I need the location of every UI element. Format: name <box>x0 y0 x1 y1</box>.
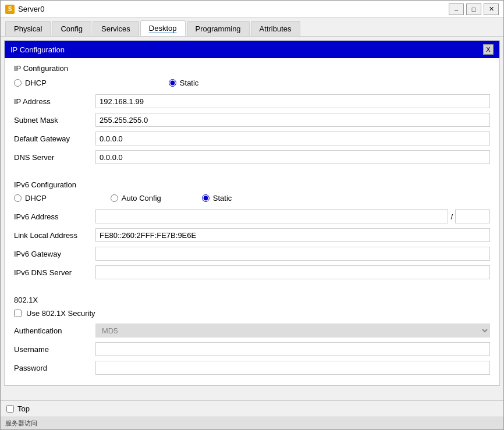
ipv4-radio-row: DHCP Static <box>14 79 490 87</box>
content-area: IP Configuration X IP Configuration DHCP… <box>1 37 503 400</box>
tab-services[interactable]: Services <box>93 21 139 36</box>
ipv6-dhcp-radio[interactable] <box>14 194 22 202</box>
ipv6-prefix-input[interactable] <box>455 209 490 223</box>
username-input[interactable] <box>95 342 490 356</box>
auth-row: Authentication MD5 <box>14 324 490 337</box>
window-title: Server0 <box>18 5 45 13</box>
maximize-button[interactable]: □ <box>466 3 481 15</box>
ipv6-dns-input[interactable] <box>95 265 490 279</box>
panel-header: IP Configuration X <box>5 41 499 58</box>
ip-address-input[interactable] <box>95 94 490 108</box>
ipv6-address-label: IPv6 Address <box>14 212 95 221</box>
username-row: Username <box>14 342 490 356</box>
top-label: Top <box>17 404 30 413</box>
tab-attributes[interactable]: Attributes <box>251 21 300 36</box>
ipv6-address-row: IPv6 Address / <box>14 209 490 223</box>
auth-select[interactable]: MD5 <box>95 324 490 337</box>
ipv6-section-title: IPv6 Configuration <box>14 180 490 189</box>
static-radio[interactable] <box>169 79 176 87</box>
subnet-mask-input[interactable] <box>95 113 490 127</box>
ipv6-dns-label: IPv6 DNS Server <box>14 268 95 277</box>
dot1x-section-title: 802.1X <box>14 296 490 304</box>
subnet-mask-row: Subnet Mask <box>14 113 490 127</box>
static-label: Static <box>180 79 199 87</box>
ip-address-label: IP Address <box>14 97 95 106</box>
title-bar: S Server0 – □ ✕ <box>1 1 503 18</box>
ipv6-gateway-input[interactable] <box>95 247 490 261</box>
status-text: 服务器访问 <box>5 419 37 428</box>
tab-programming[interactable]: Programming <box>187 21 250 36</box>
title-bar-left: S Server0 <box>5 5 45 14</box>
static-option[interactable]: Static <box>169 79 199 87</box>
ipv6-dhcp-label: DHCP <box>25 194 47 202</box>
tab-config[interactable]: Config <box>52 21 91 36</box>
use-dot1x-label: Use 802.1X Security <box>26 309 95 318</box>
bottom-bar: Top <box>1 400 503 417</box>
ipv6-dns-row: IPv6 DNS Server <box>14 265 490 279</box>
subnet-mask-label: Subnet Mask <box>14 116 95 125</box>
close-button[interactable]: ✕ <box>484 3 499 15</box>
link-local-row: Link Local Address <box>14 228 490 242</box>
window-controls: – □ ✕ <box>449 3 499 15</box>
minimize-button[interactable]: – <box>449 3 464 15</box>
dns-server-input[interactable] <box>95 150 490 164</box>
ipv6-static-option[interactable]: Static <box>202 194 232 202</box>
default-gateway-row: Default Gateway <box>14 132 490 145</box>
link-local-input[interactable] <box>95 228 490 242</box>
ip-config-panel: IP Configuration X IP Configuration DHCP… <box>4 40 500 386</box>
ip-address-row: IP Address <box>14 94 490 108</box>
dhcp-radio[interactable] <box>14 79 22 87</box>
tab-bar: Physical Config Services Desktop Program… <box>1 18 503 37</box>
app-icon: S <box>5 5 15 14</box>
dhcp-label: DHCP <box>25 79 47 87</box>
dhcp-option[interactable]: DHCP <box>14 79 47 87</box>
ipv6-static-radio[interactable] <box>202 194 210 202</box>
panel-body: IP Configuration DHCP Static IP Address <box>5 58 499 385</box>
ipv6-address-input[interactable] <box>95 209 448 223</box>
main-window: S Server0 – □ ✕ Physical Config Services… <box>0 0 504 430</box>
use-dot1x-row: Use 802.1X Security <box>14 309 490 318</box>
dns-server-label: DNS Server <box>14 153 95 162</box>
link-local-label: Link Local Address <box>14 231 95 240</box>
status-bar: 服务器访问 <box>1 417 503 429</box>
ipv6-gateway-label: IPv6 Gateway <box>14 250 95 258</box>
ipv6-dhcp-option[interactable]: DHCP <box>14 194 47 202</box>
use-dot1x-checkbox[interactable] <box>14 310 22 317</box>
password-label: Password <box>14 364 95 372</box>
auth-label: Authentication <box>14 326 95 335</box>
username-label: Username <box>14 345 95 354</box>
ipv4-section-title: IP Configuration <box>14 64 490 73</box>
tab-desktop[interactable]: Desktop <box>140 20 186 36</box>
ipv6-autoconfig-label: Auto Config <box>122 194 161 202</box>
password-row: Password <box>14 361 490 375</box>
password-input[interactable] <box>95 361 490 375</box>
ipv6-radio-row: DHCP Auto Config Static <box>14 194 490 202</box>
ipv6-slash: / <box>448 212 455 221</box>
ipv6-static-label: Static <box>213 194 232 202</box>
default-gateway-label: Default Gateway <box>14 134 95 143</box>
ipv6-gateway-row: IPv6 Gateway <box>14 247 490 261</box>
dns-server-row: DNS Server <box>14 150 490 164</box>
panel-close-button[interactable]: X <box>483 44 494 55</box>
top-checkbox[interactable] <box>6 405 14 413</box>
ipv6-autoconfig-radio[interactable] <box>111 194 118 202</box>
default-gateway-input[interactable] <box>95 132 490 145</box>
tab-physical[interactable]: Physical <box>5 21 51 36</box>
top-checkbox-label[interactable]: Top <box>6 404 30 413</box>
ipv6-autoconfig-option[interactable]: Auto Config <box>111 194 161 202</box>
panel-title: IP Configuration <box>10 45 65 54</box>
